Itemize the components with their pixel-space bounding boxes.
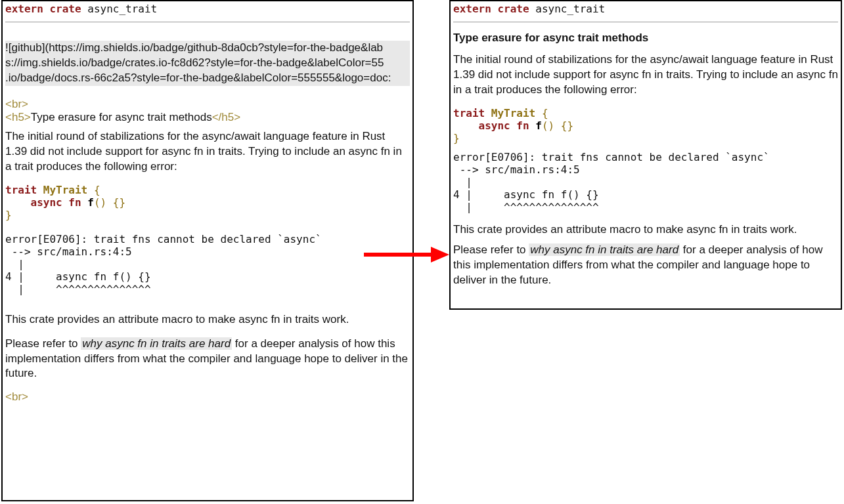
raw-h5-line: <h5>Type erasure for async trait methods… [5,111,410,124]
spacer [5,228,410,233]
spacer [5,295,410,307]
spacer [5,86,410,98]
refer-paragraph: Please refer to why async fn in traits a… [5,337,410,382]
horizontal-rule-rendered [453,22,838,22]
page: extern crate async_trait ![github](https… [0,0,844,504]
intro-paragraph: The initial round of stabilizations for … [5,129,410,175]
badge-markdown-line-3: .io/badge/docs.rs-66c2a5?style=for-the-b… [5,71,410,86]
svg-marker-1 [431,247,449,262]
keyword-crate: crate [49,3,81,15]
macro-paragraph: This crate provides an attribute macro t… [5,312,410,327]
badge-markdown-line-2: s://img.shields.io/badge/crates.io-fc8d6… [5,56,410,71]
raw-br-tag-bottom: <br> [5,390,410,404]
raw-br-tag: <br> [5,98,410,111]
spacer [453,213,838,220]
source-pane: extern crate async_trait ![github](https… [1,0,414,501]
crate-ident: async_trait [87,3,157,15]
compiler-error-block-rendered: error[E0706]: trait fns cannot be declar… [453,151,838,213]
why-hard-link-rendered[interactable]: why async fn in traits are hard [529,243,680,256]
trait-code-block-rendered: trait MyTrait { async fn f() {} } [453,107,838,144]
horizontal-rule [5,22,410,22]
macro-paragraph-rendered: This crate provides an attribute macro t… [453,222,838,238]
refer-paragraph-rendered: Please refer to why async fn in traits a… [453,243,838,288]
section-heading: Type erasure for async trait methods [453,32,838,45]
compiler-error-block: error[E0706]: trait fns cannot be declar… [5,233,410,295]
intro-paragraph-rendered: The initial round of stabilizations for … [453,52,838,98]
extern-crate-line: extern crate async_trait [5,3,410,15]
badge-markdown-line-1: ![github](https://img.shields.io/badge/g… [5,41,410,56]
why-hard-link[interactable]: why async fn in traits are hard [81,337,232,350]
rendered-pane: extern crate async_trait Type erasure fo… [449,0,842,310]
trait-code-block: trait MyTrait { async fn f() {} } [5,184,410,221]
keyword-extern: extern [5,3,43,15]
extern-crate-line-rendered: extern crate async_trait [453,3,838,15]
spacer [5,32,410,41]
